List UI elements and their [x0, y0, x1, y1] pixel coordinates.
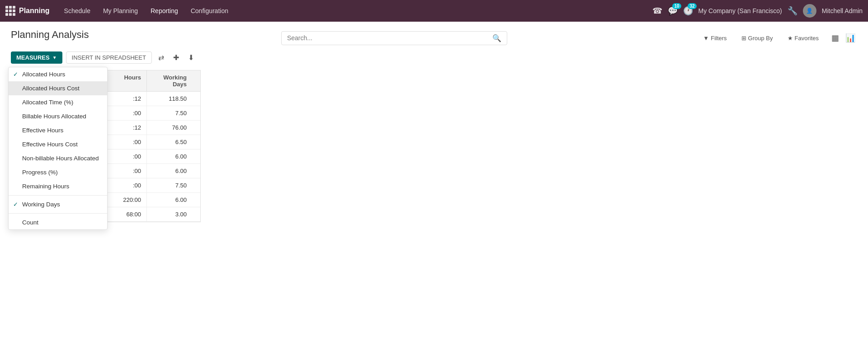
brand[interactable]: Planning — [5, 6, 50, 16]
dropdown-item-progress[interactable]: Progress (%) — [9, 165, 107, 179]
avatar-icon: 👤 — [806, 8, 813, 14]
star-icon: ★ — [788, 35, 793, 42]
company-name: My Company (San Francisco) — [698, 7, 782, 14]
app-name: Planning — [19, 7, 50, 15]
dropdown-item-allocated-hours-cost[interactable]: Allocated Hours Cost — [9, 81, 107, 95]
nav-schedule[interactable]: Schedule — [59, 5, 96, 17]
nav-my-planning[interactable]: My Planning — [98, 5, 143, 17]
dropdown-item-non-billable-hours[interactable]: Non-billable Hours Allocated — [9, 151, 107, 165]
phone-icon: ☎ — [652, 6, 662, 16]
page-content: Planning Analysis 🔍 ▼ Filters ⊞ Group By… — [0, 22, 868, 350]
chart-view-icon[interactable]: 📊 — [844, 32, 857, 44]
filters-button[interactable]: ▼ Filters — [699, 33, 730, 43]
dropdown-item-billable-hours-allocated[interactable]: Billable Hours Allocated — [9, 109, 107, 123]
nav-reporting[interactable]: Reporting — [145, 5, 184, 17]
grid-icon — [5, 6, 15, 16]
search-icon: 🔍 — [492, 34, 501, 42]
table-view-icon[interactable]: ▦ — [830, 32, 841, 44]
measures-caret: ▼ — [52, 55, 57, 60]
dropdown-item-remaining-hours[interactable]: Remaining Hours — [9, 179, 107, 193]
dropdown-item-effective-hours[interactable]: Effective Hours — [9, 123, 107, 137]
col-header-hours: Hours — [102, 70, 147, 91]
dropdown-item-count[interactable]: Count — [9, 215, 107, 229]
dropdown-divider-1 — [9, 195, 107, 196]
add-icon[interactable]: ✚ — [170, 51, 182, 64]
nav-configuration[interactable]: Configuration — [185, 5, 234, 17]
activity-badge: 32 — [688, 3, 696, 9]
chat-badge: 10 — [672, 3, 681, 9]
measures-dropdown: Allocated Hours Allocated Hours Cost All… — [8, 67, 108, 230]
user-avatar[interactable]: 👤 — [803, 4, 816, 18]
measures-button[interactable]: MEASURES ▼ — [11, 51, 62, 64]
settings-icon-btn[interactable]: 🔧 — [788, 6, 797, 16]
phone-icon-btn[interactable]: ☎ — [652, 6, 662, 16]
search-input[interactable] — [287, 34, 492, 42]
dropdown-item-effective-hours-cost[interactable]: Effective Hours Cost — [9, 137, 107, 151]
group-by-button[interactable]: ⊞ Group By — [738, 33, 777, 43]
toolbar: MEASURES ▼ INSERT IN SPREADSHEET ⇄ ✚ ⬇ — [11, 51, 857, 64]
insert-spreadsheet-button[interactable]: INSERT IN SPREADSHEET — [66, 51, 152, 64]
view-icons: ▦ 📊 — [830, 32, 857, 44]
chat-icon-btn[interactable]: 💬 10 — [668, 6, 678, 16]
page-title: Planning Analysis — [11, 29, 89, 41]
dropdown-divider-2 — [9, 213, 107, 214]
navbar: Planning Schedule My Planning Reporting … — [0, 0, 868, 22]
filter-icon: ▼ — [703, 35, 709, 42]
wrench-icon: 🔧 — [788, 6, 797, 16]
favorites-button[interactable]: ★ Favorites — [784, 33, 822, 43]
col-header-working-days: Working Days — [147, 70, 192, 91]
groupby-icon: ⊞ — [741, 35, 746, 42]
navbar-right: ☎ 💬 10 🕐 32 My Company (San Francisco) 🔧… — [652, 4, 863, 18]
dropdown-item-allocated-time[interactable]: Allocated Time (%) — [9, 95, 107, 109]
main-nav: Schedule My Planning Reporting Configura… — [59, 5, 652, 17]
measures-label: MEASURES — [16, 54, 50, 61]
swap-icon[interactable]: ⇄ — [156, 51, 167, 64]
user-name: Mitchell Admin — [822, 7, 863, 14]
download-icon[interactable]: ⬇ — [185, 51, 197, 64]
dropdown-item-allocated-hours[interactable]: Allocated Hours — [9, 67, 107, 81]
activity-icon-btn[interactable]: 🕐 32 — [683, 6, 693, 16]
dropdown-item-working-days[interactable]: Working Days — [9, 197, 107, 211]
